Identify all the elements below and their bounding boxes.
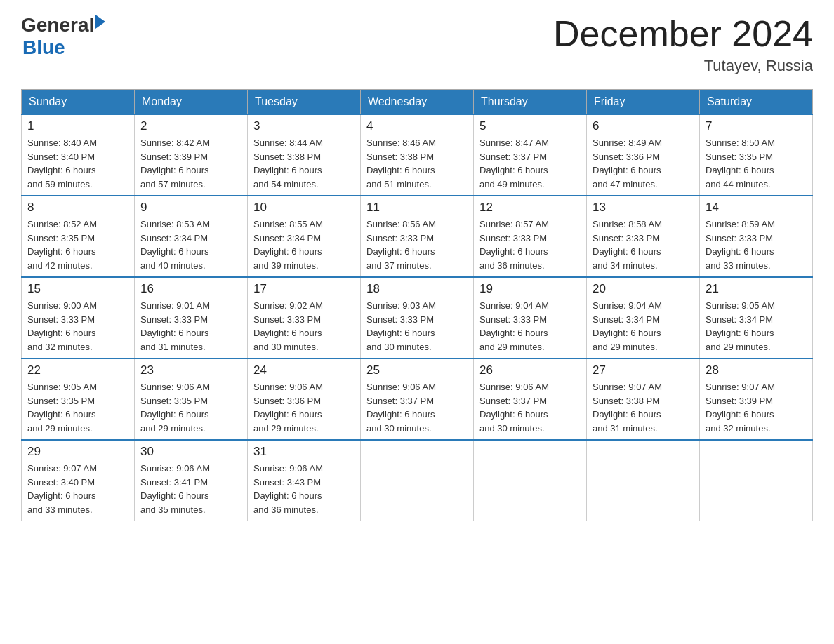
- calendar-cell: 4 Sunrise: 8:46 AM Sunset: 3:38 PM Dayli…: [361, 114, 474, 196]
- calendar-cell: 15 Sunrise: 9:00 AM Sunset: 3:33 PM Dayl…: [22, 277, 135, 358]
- calendar-cell: 2 Sunrise: 8:42 AM Sunset: 3:39 PM Dayli…: [135, 114, 248, 196]
- header-saturday: Saturday: [700, 90, 813, 115]
- calendar-cell: 21 Sunrise: 9:05 AM Sunset: 3:34 PM Dayl…: [700, 277, 813, 358]
- header-thursday: Thursday: [474, 90, 587, 115]
- calendar-cell: 8 Sunrise: 8:52 AM Sunset: 3:35 PM Dayli…: [22, 196, 135, 277]
- day-info: Sunrise: 9:06 AM Sunset: 3:43 PM Dayligh…: [253, 462, 355, 516]
- day-number: 17: [253, 282, 355, 296]
- title-block: December 2024 Tutayev, Russia: [553, 14, 813, 75]
- calendar-cell: 10 Sunrise: 8:55 AM Sunset: 3:34 PM Dayl…: [248, 196, 361, 277]
- calendar-cell: [587, 440, 700, 521]
- day-info: Sunrise: 8:42 AM Sunset: 3:39 PM Dayligh…: [140, 136, 241, 191]
- day-number: 3: [253, 119, 355, 133]
- day-info: Sunrise: 9:06 AM Sunset: 3:36 PM Dayligh…: [253, 380, 355, 435]
- day-number: 8: [27, 201, 128, 215]
- day-info: Sunrise: 9:07 AM Sunset: 3:39 PM Dayligh…: [706, 380, 807, 435]
- day-number: 27: [593, 363, 694, 377]
- calendar-cell: 7 Sunrise: 8:50 AM Sunset: 3:35 PM Dayli…: [700, 114, 813, 196]
- header-tuesday: Tuesday: [248, 90, 361, 115]
- day-number: 21: [706, 282, 807, 296]
- calendar-cell: 5 Sunrise: 8:47 AM Sunset: 3:37 PM Dayli…: [474, 114, 587, 196]
- day-number: 22: [27, 363, 128, 377]
- day-info: Sunrise: 8:56 AM Sunset: 3:33 PM Dayligh…: [366, 217, 468, 272]
- header-sunday: Sunday: [22, 90, 135, 115]
- day-number: 29: [27, 445, 128, 459]
- day-number: 18: [366, 282, 468, 296]
- day-number: 2: [140, 119, 241, 133]
- week-row-5: 29 Sunrise: 9:07 AM Sunset: 3:40 PM Dayl…: [22, 440, 813, 521]
- calendar-cell: 20 Sunrise: 9:04 AM Sunset: 3:34 PM Dayl…: [587, 277, 700, 358]
- day-info: Sunrise: 8:57 AM Sunset: 3:33 PM Dayligh…: [479, 217, 581, 272]
- day-info: Sunrise: 8:50 AM Sunset: 3:35 PM Dayligh…: [706, 136, 807, 191]
- day-number: 26: [479, 363, 581, 377]
- calendar-cell: 25 Sunrise: 9:06 AM Sunset: 3:37 PM Dayl…: [361, 358, 474, 440]
- calendar-cell: 28 Sunrise: 9:07 AM Sunset: 3:39 PM Dayl…: [700, 358, 813, 440]
- day-info: Sunrise: 9:06 AM Sunset: 3:37 PM Dayligh…: [366, 380, 468, 435]
- calendar-cell: [361, 440, 474, 521]
- day-number: 30: [140, 445, 241, 459]
- day-info: Sunrise: 8:59 AM Sunset: 3:33 PM Dayligh…: [706, 217, 807, 272]
- calendar-cell: [474, 440, 587, 521]
- location-subtitle: Tutayev, Russia: [553, 57, 813, 75]
- logo-general: General: [21, 14, 94, 36]
- week-row-1: 1 Sunrise: 8:40 AM Sunset: 3:40 PM Dayli…: [22, 114, 813, 196]
- header-monday: Monday: [135, 90, 248, 115]
- calendar-cell: 12 Sunrise: 8:57 AM Sunset: 3:33 PM Dayl…: [474, 196, 587, 277]
- day-number: 13: [593, 201, 694, 215]
- calendar-cell: [700, 440, 813, 521]
- day-number: 31: [253, 445, 355, 459]
- calendar-cell: 29 Sunrise: 9:07 AM Sunset: 3:40 PM Dayl…: [22, 440, 135, 521]
- day-number: 9: [140, 201, 241, 215]
- day-info: Sunrise: 9:05 AM Sunset: 3:35 PM Dayligh…: [27, 380, 128, 435]
- calendar-cell: 31 Sunrise: 9:06 AM Sunset: 3:43 PM Dayl…: [248, 440, 361, 521]
- day-number: 7: [706, 119, 807, 133]
- day-number: 28: [706, 363, 807, 377]
- page-header: General Blue December 2024 Tutayev, Russ…: [21, 14, 813, 75]
- day-info: Sunrise: 9:01 AM Sunset: 3:33 PM Dayligh…: [140, 299, 241, 354]
- month-title: December 2024: [553, 14, 813, 54]
- day-info: Sunrise: 8:58 AM Sunset: 3:33 PM Dayligh…: [593, 217, 694, 272]
- day-info: Sunrise: 8:55 AM Sunset: 3:34 PM Dayligh…: [253, 217, 355, 272]
- day-number: 12: [479, 201, 581, 215]
- header-wednesday: Wednesday: [361, 90, 474, 115]
- calendar-cell: 14 Sunrise: 8:59 AM Sunset: 3:33 PM Dayl…: [700, 196, 813, 277]
- day-number: 6: [593, 119, 694, 133]
- day-info: Sunrise: 9:03 AM Sunset: 3:33 PM Dayligh…: [366, 299, 468, 354]
- calendar-cell: 18 Sunrise: 9:03 AM Sunset: 3:33 PM Dayl…: [361, 277, 474, 358]
- day-info: Sunrise: 8:53 AM Sunset: 3:34 PM Dayligh…: [140, 217, 241, 272]
- day-info: Sunrise: 9:06 AM Sunset: 3:35 PM Dayligh…: [140, 380, 241, 435]
- logo-blue: Blue: [22, 36, 105, 59]
- day-info: Sunrise: 8:49 AM Sunset: 3:36 PM Dayligh…: [593, 136, 694, 191]
- day-number: 20: [593, 282, 694, 296]
- day-info: Sunrise: 9:04 AM Sunset: 3:34 PM Dayligh…: [593, 299, 694, 354]
- day-info: Sunrise: 9:06 AM Sunset: 3:41 PM Dayligh…: [140, 462, 241, 516]
- week-row-2: 8 Sunrise: 8:52 AM Sunset: 3:35 PM Dayli…: [22, 196, 813, 277]
- day-number: 5: [479, 119, 581, 133]
- day-info: Sunrise: 9:07 AM Sunset: 3:40 PM Dayligh…: [27, 462, 128, 516]
- day-number: 24: [253, 363, 355, 377]
- day-number: 16: [140, 282, 241, 296]
- day-info: Sunrise: 8:46 AM Sunset: 3:38 PM Dayligh…: [366, 136, 468, 191]
- day-info: Sunrise: 8:40 AM Sunset: 3:40 PM Dayligh…: [27, 136, 128, 191]
- day-info: Sunrise: 9:00 AM Sunset: 3:33 PM Dayligh…: [27, 299, 128, 354]
- day-info: Sunrise: 8:47 AM Sunset: 3:37 PM Dayligh…: [479, 136, 581, 191]
- calendar-cell: 6 Sunrise: 8:49 AM Sunset: 3:36 PM Dayli…: [587, 114, 700, 196]
- day-info: Sunrise: 9:07 AM Sunset: 3:38 PM Dayligh…: [593, 380, 694, 435]
- calendar-cell: 26 Sunrise: 9:06 AM Sunset: 3:37 PM Dayl…: [474, 358, 587, 440]
- week-row-4: 22 Sunrise: 9:05 AM Sunset: 3:35 PM Dayl…: [22, 358, 813, 440]
- day-number: 19: [479, 282, 581, 296]
- day-info: Sunrise: 8:44 AM Sunset: 3:38 PM Dayligh…: [253, 136, 355, 191]
- calendar-cell: 11 Sunrise: 8:56 AM Sunset: 3:33 PM Dayl…: [361, 196, 474, 277]
- calendar-cell: 22 Sunrise: 9:05 AM Sunset: 3:35 PM Dayl…: [22, 358, 135, 440]
- calendar-cell: 3 Sunrise: 8:44 AM Sunset: 3:38 PM Dayli…: [248, 114, 361, 196]
- calendar-cell: 19 Sunrise: 9:04 AM Sunset: 3:33 PM Dayl…: [474, 277, 587, 358]
- calendar-cell: 24 Sunrise: 9:06 AM Sunset: 3:36 PM Dayl…: [248, 358, 361, 440]
- calendar-table: Sunday Monday Tuesday Wednesday Thursday…: [21, 89, 813, 521]
- weekday-header-row: Sunday Monday Tuesday Wednesday Thursday…: [22, 90, 813, 115]
- header-friday: Friday: [587, 90, 700, 115]
- day-number: 4: [366, 119, 468, 133]
- day-number: 10: [253, 201, 355, 215]
- logo-arrow-icon: [95, 15, 105, 29]
- day-number: 1: [27, 119, 128, 133]
- calendar-cell: 23 Sunrise: 9:06 AM Sunset: 3:35 PM Dayl…: [135, 358, 248, 440]
